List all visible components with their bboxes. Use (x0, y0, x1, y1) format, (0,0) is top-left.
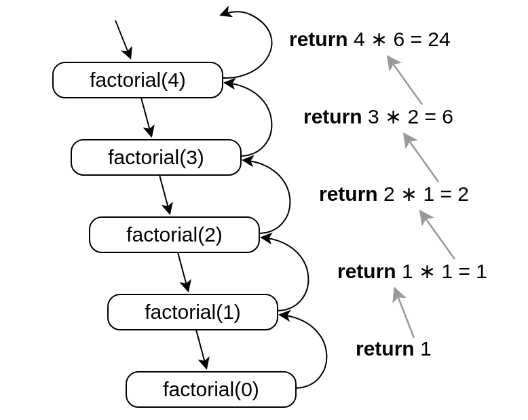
return-text-4: return 4 ∗ 6 = 24 (289, 28, 451, 50)
trace-arrow-0-1 (395, 289, 414, 338)
trace-arrow-2-3 (404, 134, 438, 182)
trace-arrow-1-2 (421, 212, 455, 259)
call-node-1: factorial(1) (108, 294, 278, 330)
return-text-2: return 2 ∗ 1 = 2 (319, 183, 469, 205)
return-text-0: return 1 (356, 337, 432, 360)
call-node-2: factorial(2) (90, 217, 259, 252)
return-text-3: return 3 ∗ 2 = 6 (303, 105, 453, 128)
call-label-1: factorial(1) (145, 301, 241, 323)
call-label-3: factorial(3) (108, 146, 204, 168)
call-node-4: factorial(4) (53, 62, 223, 98)
call-node-3: factorial(3) (71, 140, 241, 175)
final-return-arrow (221, 12, 272, 79)
call-node-0: factorial(0) (126, 372, 296, 407)
call-label-4: factorial(4) (90, 69, 186, 91)
return-text-1: return 1 ∗ 1 = 1 (337, 260, 487, 282)
entry-arrow (115, 20, 130, 58)
call-arrow-2-1 (178, 252, 188, 290)
call-arrow-4-3 (141, 98, 151, 136)
trace-arrow-3-4 (388, 57, 422, 104)
call-arrow-1-0 (196, 330, 206, 368)
call-label-0: factorial(0) (163, 378, 259, 400)
call-arrow-3-2 (159, 175, 170, 213)
call-label-2: factorial(2) (126, 223, 223, 246)
